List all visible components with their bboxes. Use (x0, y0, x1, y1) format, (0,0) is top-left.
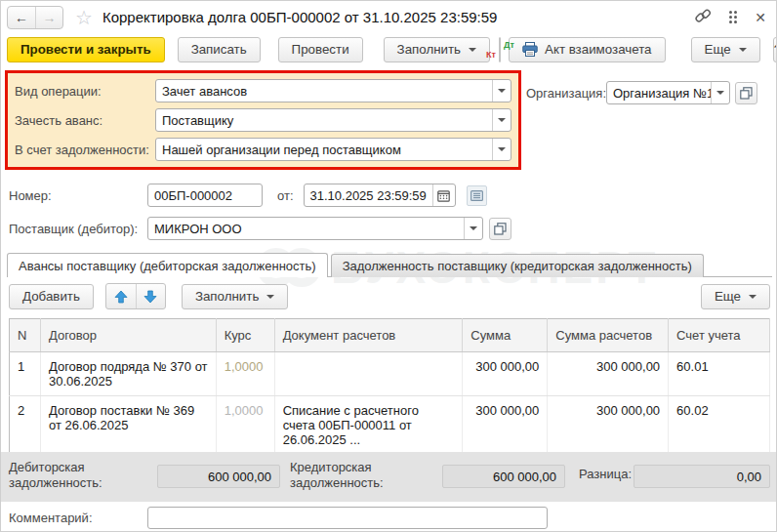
help-button[interactable]: ? (773, 37, 777, 62)
add-row-button[interactable]: Добавить (9, 284, 94, 309)
supplier-dropdown[interactable] (464, 218, 482, 239)
organization-select[interactable]: Организация №1 (ОО (606, 81, 730, 104)
tab-supplier-debt[interactable]: Задолженность поставщику (кредиторская з… (331, 254, 704, 277)
debt-direction-dropdown[interactable] (492, 139, 511, 160)
cell-amount[interactable]: 300 000,00 (463, 396, 548, 455)
organization-row: Организация: Организация №1 (ОО (526, 81, 757, 104)
post-and-close-button[interactable]: Провести и закрыть (7, 37, 165, 62)
chevron-down-icon (498, 118, 506, 122)
more-menu-icon[interactable] (729, 11, 737, 23)
close-icon[interactable]: ✕ (755, 10, 766, 25)
organization-open-button[interactable] (735, 82, 757, 104)
table-row[interactable]: 1 Договор подряда № 370 от 30.06.2025 1,… (10, 352, 770, 396)
supplier-row: Поставщик (дебитор): МИКРОН ООО (9, 217, 511, 240)
operation-kind-select[interactable]: Зачет авансов (155, 79, 511, 102)
table-row[interactable]: 2 Договор поставки № 369 от 26.06.2025 1… (10, 396, 770, 455)
cell-amount-settle[interactable]: 300 000,00 (548, 352, 669, 396)
fill-button[interactable]: Заполнить (384, 37, 490, 62)
cell-contract[interactable]: Договор поставки № 369 от 26.06.2025 (40, 396, 216, 455)
open-form-icon (740, 87, 753, 100)
grid-fill-button[interactable]: Заполнить (182, 284, 288, 309)
supplier-select[interactable]: МИКРОН ООО (147, 217, 483, 240)
dt-label: Дт (504, 40, 514, 50)
calendar-button[interactable] (432, 184, 455, 206)
difference-label: Разница: (579, 467, 632, 482)
printer-icon (522, 42, 538, 57)
move-row-down-button[interactable] (136, 284, 165, 308)
col-n[interactable]: N (10, 319, 41, 352)
cell-document[interactable] (274, 352, 463, 396)
supplier-value: МИКРОН ООО (148, 222, 464, 236)
supplier-open-button[interactable] (489, 218, 511, 240)
chevron-down-icon (716, 91, 724, 95)
organization-value: Организация №1 (ОО (607, 86, 711, 101)
tab-strip: Авансы поставщику (дебиторская задолженн… (7, 251, 772, 277)
payable-label: Кредиторская задолженность: (290, 460, 441, 492)
arrow-up-icon (114, 290, 128, 304)
offset-act-label: Акт взаимозачета (545, 42, 652, 57)
operation-kind-dropdown[interactable] (492, 80, 511, 102)
fill-button-label: Заполнить (397, 42, 461, 57)
grid-more-label: Еще (715, 289, 741, 304)
cell-account[interactable]: 60.01 (669, 352, 770, 396)
related-documents-button[interactable] (467, 185, 487, 206)
table-body: 1 Договор подряда № 370 от 30.06.2025 1,… (10, 352, 770, 455)
link-icon[interactable] (695, 8, 712, 27)
cell-n[interactable]: 2 (10, 396, 41, 455)
number-value: 00БП-000002 (154, 188, 232, 203)
post-button[interactable]: Провести (278, 37, 363, 62)
toolbar: Провести и закрыть Записать Провести Зап… (1, 33, 776, 65)
payable-total: 600 000,00 (442, 465, 565, 488)
more-button-label: Еще (705, 42, 731, 57)
grid-fill-label: Заполнить (195, 289, 259, 304)
cell-amount[interactable]: 300 000,00 (463, 352, 548, 396)
kt-label: Кт (486, 50, 496, 60)
move-row-up-button[interactable] (106, 284, 136, 308)
favorite-star-icon[interactable]: ☆ (75, 8, 93, 27)
tab-supplier-advances[interactable]: Авансы поставщику (дебиторская задолженн… (7, 253, 328, 277)
cell-amount-settle[interactable]: 300 000,00 (548, 396, 669, 455)
advance-offset-label: Зачесть аванс: (15, 113, 155, 128)
supplier-label: Поставщик (дебитор): (9, 222, 147, 236)
comment-input[interactable] (147, 507, 548, 529)
col-amount-settle[interactable]: Сумма расчетов (548, 319, 669, 352)
totals-bar: Дебиторская задолженность: 600 000,00 Кр… (1, 452, 777, 502)
number-input[interactable]: 00БП-000002 (147, 184, 263, 207)
chevron-down-icon (470, 226, 477, 230)
col-contract[interactable]: Договор (40, 319, 216, 352)
date-input[interactable]: 31.10.2025 23:59:59 (304, 184, 456, 207)
cell-n[interactable]: 1 (10, 352, 41, 396)
col-amount[interactable]: Сумма (463, 319, 548, 352)
cell-rate[interactable]: 1,0000 (216, 352, 274, 396)
list-icon (470, 190, 483, 201)
col-rate[interactable]: Курс (216, 319, 274, 352)
chevron-down-icon (739, 48, 747, 52)
forward-button[interactable]: → (35, 7, 62, 28)
offset-act-button[interactable]: Акт взаимозачета (509, 37, 666, 62)
col-account[interactable]: Счет учета (669, 319, 770, 352)
col-document[interactable]: Документ расчетов (274, 319, 463, 352)
advance-offset-select[interactable]: Поставщику (155, 108, 511, 132)
grid-toolbar: Добавить Заполнить Еще (9, 283, 770, 309)
table-header-row: N Договор Курс Документ расчетов Сумма С… (10, 319, 770, 352)
titlebar: ← → ☆ Корректировка долга 00БП-000002 от… (1, 1, 776, 33)
operation-kind-value: Зачет авансов (156, 84, 492, 99)
number-label: Номер: (9, 188, 147, 203)
cell-account[interactable]: 60.02 (669, 396, 770, 455)
comment-label: Комментарий: (9, 511, 147, 525)
more-button[interactable]: Еще (691, 37, 760, 62)
cell-document[interactable]: Списание с расчетного счета 00БП-000011 … (274, 396, 463, 455)
receivable-label: Дебиторская задолженность: (9, 460, 155, 492)
back-button[interactable]: ← (8, 7, 35, 28)
dt-kt-postings-button[interactable]: Дт Кт (499, 37, 501, 62)
write-button[interactable]: Записать (178, 37, 261, 62)
forward-arrow-icon: → (43, 10, 57, 25)
organization-dropdown[interactable] (711, 82, 729, 103)
grid-more-button[interactable]: Еще (701, 284, 770, 309)
debt-direction-select[interactable]: Нашей организации перед поставщиком (155, 138, 511, 161)
cell-contract[interactable]: Договор подряда № 370 от 30.06.2025 (40, 352, 216, 396)
cell-rate[interactable]: 1,0000 (216, 396, 274, 455)
organization-label: Организация: (526, 86, 606, 101)
chevron-down-icon (749, 295, 757, 299)
advance-offset-dropdown[interactable] (492, 109, 511, 131)
